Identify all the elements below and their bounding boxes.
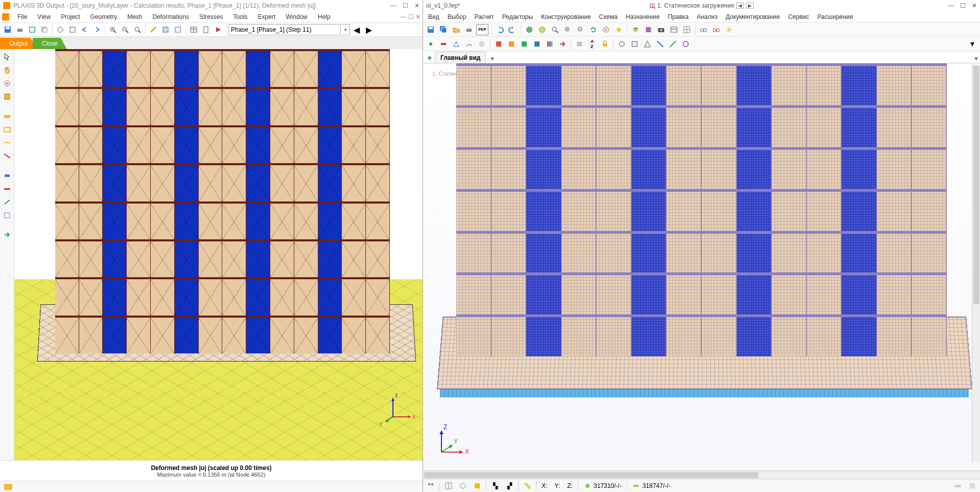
- cube-icon[interactable]: [524, 24, 535, 35]
- menu-project[interactable]: Project: [56, 12, 85, 21]
- redo-icon[interactable]: [507, 24, 518, 35]
- tab-output[interactable]: Output: [0, 38, 37, 49]
- fep-icon[interactable]: FEP: [476, 24, 488, 35]
- table-icon[interactable]: [668, 24, 680, 35]
- target-icon[interactable]: [600, 24, 612, 35]
- beam-icon[interactable]: [2, 183, 13, 194]
- misc-3-icon[interactable]: [642, 38, 653, 50]
- menu-design[interactable]: Конструирование: [537, 12, 595, 21]
- report-icon[interactable]: [200, 24, 212, 35]
- open-icon[interactable]: [451, 24, 462, 35]
- phase-next-icon[interactable]: ▶: [363, 24, 375, 35]
- menu-mesh[interactable]: Mesh: [122, 12, 147, 21]
- element-icon[interactable]: [438, 38, 449, 50]
- view-front-icon[interactable]: [172, 24, 183, 35]
- viewport[interactable]: 1. Статическое загружение X Y Z: [423, 63, 980, 471]
- menu-file[interactable]: File: [12, 12, 32, 21]
- grid-toggle-icon[interactable]: [443, 480, 454, 491]
- menu-select[interactable]: Выбор: [444, 12, 471, 21]
- books-icon[interactable]: [544, 38, 555, 50]
- misc-1-icon[interactable]: [616, 38, 627, 50]
- menu-stresses[interactable]: Stresses: [194, 12, 228, 21]
- cube2-icon[interactable]: [536, 24, 548, 35]
- child-maximize-button[interactable]: ☐: [408, 13, 414, 20]
- vertical-scrollbar[interactable]: [972, 64, 980, 462]
- glasses-icon[interactable]: [698, 24, 709, 35]
- maximize-button[interactable]: ☐: [403, 2, 408, 9]
- loadcase-next-icon[interactable]: ▶: [746, 3, 754, 9]
- zoom-out-icon[interactable]: [575, 24, 586, 35]
- status-toggle-b-icon[interactable]: [967, 480, 978, 491]
- save-icon[interactable]: [2, 24, 13, 35]
- zoom-fit-icon[interactable]: [549, 24, 561, 35]
- sparkle-icon[interactable]: [724, 24, 735, 35]
- info-toggle-icon[interactable]: [472, 480, 483, 491]
- phase-select[interactable]: [228, 24, 341, 35]
- close-window-button[interactable]: ✕: [414, 2, 419, 9]
- animation-icon[interactable]: [213, 24, 224, 35]
- tool-b-icon[interactable]: [67, 24, 78, 35]
- orange-cube-icon[interactable]: [506, 38, 517, 50]
- snap-toggle-icon[interactable]: [457, 480, 469, 491]
- misc-6-icon[interactable]: [680, 38, 691, 50]
- node-icon[interactable]: [425, 38, 436, 50]
- element-select-icon[interactable]: [2, 91, 13, 102]
- menu-help[interactable]: Help: [313, 12, 336, 21]
- list-icon[interactable]: [574, 38, 585, 50]
- view-mode-2-icon[interactable]: [2, 124, 13, 135]
- status-mode-1-icon[interactable]: [425, 480, 436, 491]
- menu-assign[interactable]: Назначение: [621, 12, 664, 21]
- menu-edit[interactable]: Правка: [664, 12, 693, 21]
- ruler-icon[interactable]: 📏: [522, 480, 533, 491]
- menu-tools[interactable]: Tools: [228, 12, 253, 21]
- misc-4-icon[interactable]: [655, 38, 666, 50]
- anchor-icon[interactable]: [2, 196, 13, 208]
- minimize-button[interactable]: —: [948, 2, 954, 9]
- assign-arrow-icon[interactable]: [557, 38, 568, 50]
- undo-icon[interactable]: [79, 24, 90, 35]
- menu-expert[interactable]: Expert: [253, 12, 281, 21]
- maximize-button[interactable]: ☐: [960, 2, 966, 9]
- menu-deformations[interactable]: Deformations: [148, 12, 194, 21]
- blue-cube-icon[interactable]: [531, 38, 543, 50]
- layers-icon[interactable]: [630, 24, 641, 35]
- export-icon[interactable]: [27, 24, 38, 35]
- section-icon[interactable]: [160, 24, 171, 35]
- measure-icon[interactable]: [148, 24, 159, 35]
- menu-geometry[interactable]: Geometry: [85, 12, 123, 21]
- misc-2-icon[interactable]: [629, 38, 640, 50]
- child-minimize-button[interactable]: —: [400, 13, 406, 20]
- grid-icon[interactable]: [681, 24, 692, 35]
- interface-icon[interactable]: [2, 210, 13, 221]
- table-icon[interactable]: [188, 24, 199, 35]
- redo-icon[interactable]: [91, 24, 103, 35]
- menu-view[interactable]: Вид: [424, 12, 444, 21]
- phase-dropdown-icon[interactable]: ▾: [342, 24, 350, 35]
- lock-icon[interactable]: [599, 38, 611, 50]
- pointer-icon[interactable]: [2, 51, 13, 62]
- save-all-icon[interactable]: [438, 24, 449, 35]
- menu-editors[interactable]: Редакторы: [498, 12, 537, 21]
- menu-extensions[interactable]: Расширения: [813, 12, 857, 21]
- node-select-icon[interactable]: [2, 78, 13, 89]
- phase-prev-icon[interactable]: ◀: [351, 24, 362, 35]
- pin-icon[interactable]: ✦: [426, 53, 433, 63]
- menu-analyze[interactable]: Анализ: [693, 12, 722, 21]
- menu-analysis[interactable]: Расчет: [471, 12, 498, 21]
- tab-overflow-icon[interactable]: ▾: [972, 54, 980, 63]
- copy-icon[interactable]: [39, 24, 50, 35]
- viewport[interactable]: x y z: [14, 49, 423, 460]
- save-icon[interactable]: [425, 24, 436, 35]
- menu-scheme[interactable]: Схема: [595, 12, 621, 21]
- plate-icon[interactable]: [2, 170, 13, 181]
- zoom-in-icon[interactable]: [107, 24, 119, 35]
- menu-service[interactable]: Сервис: [784, 12, 813, 21]
- red-cube-icon[interactable]: [493, 38, 504, 50]
- minimize-button[interactable]: —: [390, 2, 396, 9]
- flag-2-icon[interactable]: ▞: [504, 480, 515, 491]
- settings-icon[interactable]: [476, 38, 487, 50]
- tab-close[interactable]: Close: [33, 38, 67, 49]
- print-icon[interactable]: [14, 24, 26, 35]
- loadcase-prev-icon[interactable]: ◀: [736, 3, 744, 9]
- close-window-button[interactable]: ✕: [972, 2, 977, 9]
